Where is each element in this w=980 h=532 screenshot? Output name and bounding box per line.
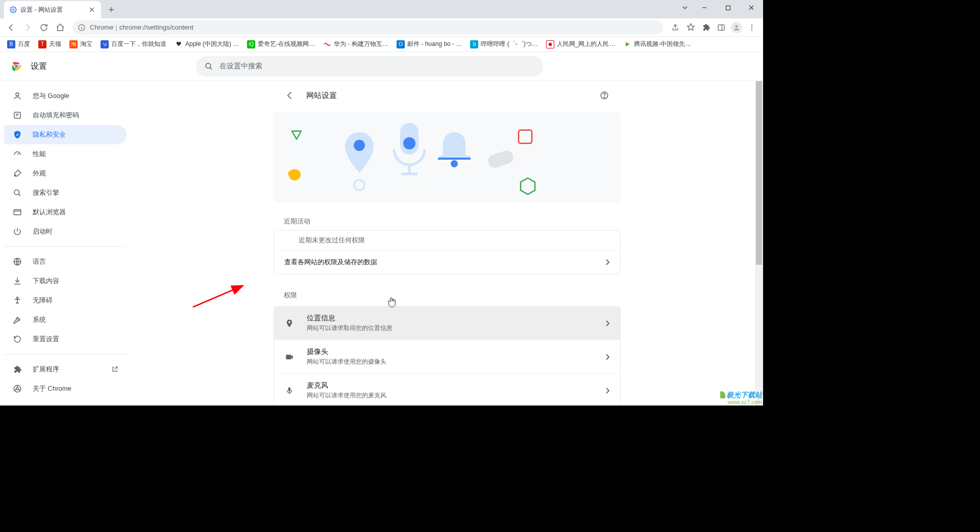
bookmark-item[interactable]: b哔哩哔哩 (゜-゜)つ… — [467, 38, 541, 50]
settings-search-input[interactable]: 在设置中搜索 — [196, 56, 543, 77]
svg-point-9 — [549, 42, 552, 45]
close-window-button[interactable] — [740, 0, 763, 15]
sidebar-divider — [4, 246, 127, 247]
wrench-icon — [12, 315, 22, 325]
sidebar-item-downloads[interactable]: 下载内容 — [4, 271, 127, 291]
svg-point-26 — [354, 180, 364, 190]
side-panel-icon[interactable] — [714, 20, 728, 35]
close-icon[interactable] — [88, 6, 96, 14]
bookmark-item[interactable]: 腾讯视频-中国领先… — [620, 38, 694, 50]
svg-point-3 — [81, 26, 82, 26]
home-button[interactable] — [53, 20, 67, 35]
row-microphone[interactable]: 麦克风网站可以请求使用您的麦克风 — [274, 373, 620, 406]
sidebar-item-languages[interactable]: 语言 — [4, 252, 127, 271]
titlebar: 设置 - 网站设置 — [0, 0, 763, 18]
svg-rect-18 — [14, 210, 21, 215]
shield-icon — [12, 130, 22, 140]
sidebar-item-accessibility[interactable]: 无障碍 — [4, 291, 127, 310]
svg-point-0 — [12, 9, 14, 11]
search-icon — [204, 62, 213, 71]
site-info-icon[interactable] — [78, 23, 86, 32]
url-text: chrome://settings/content — [119, 23, 193, 31]
microphone-icon — [284, 386, 295, 396]
svg-point-7 — [751, 27, 752, 28]
svg-rect-1 — [726, 6, 730, 10]
minimize-button[interactable] — [693, 0, 716, 15]
content-scrollbar[interactable] — [755, 81, 763, 406]
page-header: 网站设置 — [274, 81, 621, 106]
svg-point-16 — [15, 175, 16, 176]
accessibility-icon — [12, 295, 22, 306]
browser-icon — [12, 207, 22, 217]
bookmark-item[interactable]: B百度 — [4, 38, 33, 50]
address-bar[interactable]: Chrome | chrome://settings/content — [72, 20, 663, 35]
scrollbar-thumb[interactable] — [756, 81, 762, 265]
help-icon[interactable] — [598, 89, 610, 102]
profile-avatar[interactable] — [729, 20, 744, 35]
sidebar-item-system[interactable]: 系统 — [4, 310, 127, 330]
settings-sidebar: 您与 Google 自动填充和密码 隐私和安全 性能 外观 搜索引擎 默认浏览器… — [0, 81, 131, 406]
recent-empty-note: 近期未更改过任何权限 — [274, 231, 620, 250]
settings-header: 设置 在设置中搜索 — [0, 52, 763, 81]
sidebar-item-reset[interactable]: 重置设置 — [4, 330, 127, 349]
sidebar-item-default-browser[interactable]: 默认浏览器 — [4, 202, 127, 222]
section-label-permissions: 权限 — [274, 287, 621, 304]
sidebar-item-extensions[interactable]: 扩展程序 — [4, 360, 127, 379]
person-icon — [12, 91, 22, 101]
chrome-icon — [12, 384, 22, 394]
camera-icon — [284, 352, 295, 362]
sidebar-item-performance[interactable]: 性能 — [4, 144, 127, 164]
globe-icon — [12, 257, 22, 267]
sidebar-divider — [4, 354, 127, 354]
bookmark-item[interactable]: O邮件 - huang bo - … — [394, 38, 465, 50]
page-title: 网站设置 — [306, 91, 588, 100]
sidebar-item-you-and-google[interactable]: 您与 Google — [4, 86, 127, 106]
svg-point-24 — [604, 97, 605, 98]
reset-icon — [12, 334, 22, 344]
download-icon — [12, 276, 22, 286]
url-scheme: Chrome — [90, 23, 113, 31]
section-label-recent: 近期活动 — [274, 213, 621, 230]
bookmark-item[interactable]: Apple (中国大陆) … — [172, 38, 242, 50]
settings-title: 设置 — [31, 61, 47, 72]
sidebar-item-startup[interactable]: 启动时 — [4, 222, 127, 241]
sidebar-item-search-engine[interactable]: 搜索引擎 — [4, 183, 127, 202]
row-view-all-permissions[interactable]: 查看各网站的权限及储存的数据 — [274, 250, 620, 274]
bookmark-star-icon[interactable] — [683, 20, 698, 35]
back-arrow-button[interactable] — [284, 89, 296, 102]
row-camera[interactable]: 摄像头网站可以请求使用您的摄像头 — [274, 340, 620, 373]
new-tab-button[interactable] — [104, 3, 118, 17]
svg-point-6 — [751, 24, 752, 26]
sidebar-item-autofill[interactable]: 自动填充和密码 — [4, 106, 127, 125]
bookmark-item[interactable]: T天猫 — [35, 38, 64, 50]
chevron-right-icon — [606, 354, 610, 360]
speedometer-icon — [12, 149, 22, 159]
bookmark-item[interactable]: 华为 - 构建万物互… — [320, 38, 391, 50]
gear-icon — [9, 6, 17, 14]
sidebar-item-about[interactable]: 关于 Chrome — [4, 379, 127, 398]
extensions-icon[interactable] — [699, 20, 713, 35]
bookmark-item[interactable]: 人民网_网上的人民… — [543, 38, 619, 50]
sidebar-item-privacy[interactable]: 隐私和安全 — [4, 125, 127, 144]
browser-window: 设置 - 网站设置 Chrome | chrome://settings/con… — [0, 0, 763, 406]
reload-button[interactable] — [37, 20, 51, 35]
row-location[interactable]: 位置信息网站可以请求取得您的位置信息 — [274, 307, 620, 340]
browser-tab[interactable]: 设置 - 网站设置 — [4, 1, 101, 18]
menu-button[interactable] — [745, 20, 759, 35]
bookmark-item[interactable]: 淘淘宝 — [66, 38, 95, 50]
maximize-button[interactable] — [716, 0, 740, 15]
main-area: 您与 Google 自动填充和密码 隐私和安全 性能 外观 搜索引擎 默认浏览器… — [0, 81, 763, 406]
location-pin-icon — [284, 318, 295, 328]
autofill-icon — [12, 110, 22, 120]
bookmark-item[interactable]: iQ爱奇艺-在线视频网… — [244, 38, 318, 50]
chevron-down-icon[interactable] — [677, 0, 693, 15]
share-icon[interactable] — [668, 20, 682, 35]
svg-point-32 — [451, 160, 458, 167]
svg-point-17 — [14, 190, 19, 195]
forward-button[interactable] — [20, 20, 35, 35]
bookmark-item[interactable]: 百度一下，你就知道 — [97, 38, 169, 50]
svg-rect-35 — [519, 130, 532, 143]
back-button[interactable] — [4, 20, 18, 35]
sidebar-item-appearance[interactable]: 外观 — [4, 164, 127, 183]
search-icon — [12, 188, 22, 198]
